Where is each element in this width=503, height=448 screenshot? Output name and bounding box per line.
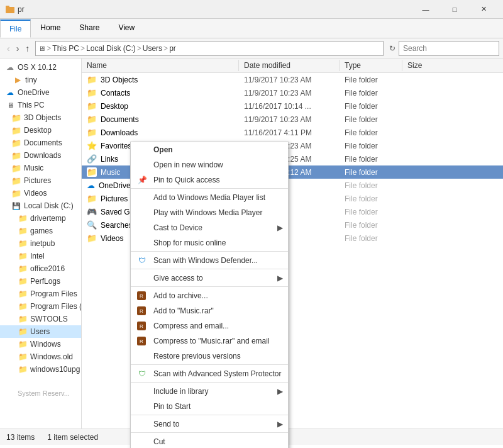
sidebar-item-documents[interactable]: 📁 Documents [0,137,81,149]
title-buttons[interactable]: — □ ✕ [411,0,498,19]
minimize-button[interactable]: — [411,0,440,19]
sidebar-item-thispc[interactable]: 🖥 This PC [0,99,81,111]
cm-pin-start[interactable]: Pin to Start [131,399,288,415]
cm-open-new-window[interactable]: Open in new window [131,157,288,172]
sidebar-item-drivertemp[interactable]: 📁 drivertemp [0,212,81,225]
cm-scan-defender[interactable]: 🛡 Scan with Windows Defender... [131,253,288,269]
tab-share[interactable]: Share [70,19,109,38]
sidebar-item-windows10upg[interactable]: 📁 windows10upg [0,363,81,376]
cm-access-arrow: ▶ [277,274,283,283]
tab-view[interactable]: View [109,19,144,38]
cm-play-wmp[interactable]: Play with Windows Media Player [131,205,288,220]
cm-shop-music[interactable]: Shop for music online [131,235,288,252]
cm-open[interactable]: Open [131,142,288,157]
sidebar-item-videos[interactable]: 📁 Videos [0,187,81,199]
file-cell-size [402,237,453,240]
cm-scan-advanced-label: Scan with Advanced System Protector [153,369,281,378]
col-header-date[interactable]: Date modified [239,60,340,71]
sidebar-item-music[interactable]: 📁 Music [0,162,81,174]
sidebar-label-drivertemp: drivertemp [30,214,66,223]
rar2-icon: R [137,306,146,315]
sidebar-item-desktop[interactable]: 📁 Desktop [0,124,81,137]
cm-include-library[interactable]: Include in library ▶ [131,384,288,399]
cm-give-access[interactable]: Give access to ▶ [131,271,288,287]
tab-home[interactable]: Home [31,19,70,38]
sidebar-item-programfilesx86[interactable]: 📁 Program Files ( [0,300,81,313]
file-cell-name: 📁Desktop [82,100,239,112]
table-row[interactable]: 📁Contacts 11/9/2017 10:23 AM File folder [82,86,503,99]
sidebar-item-users[interactable]: 📁 Users [0,325,81,338]
file-cell-size [402,211,453,213]
up-button[interactable]: ↑ [22,42,33,55]
col-header-size[interactable]: Size [402,60,453,71]
sidebar-item-tiny[interactable]: ▶ tiny [0,74,81,86]
folder-music-icon: 📁 [11,163,21,173]
address-thispc-label: This PC [52,44,79,53]
folder-drivertemp-icon: 📁 [18,213,28,223]
file-cell-type: File folder [340,167,402,178]
cm-cut[interactable]: Cut [131,434,288,448]
file-cell-type: File folder [340,220,402,231]
cm-send-to[interactable]: Send to ▶ [131,417,288,433]
sidebar-item-localdisk[interactable]: 💾 Local Disk (C:) [0,199,81,212]
svg-rect-0 [6,7,14,13]
address-bar[interactable]: 🖥 > This PC > Local Disk (C:) > Users > … [35,41,384,56]
file-cell-type: File folder [340,193,402,204]
search-input[interactable] [399,41,499,56]
folder-pictures-icon: 📁 [11,176,21,186]
sidebar-item-perflogs[interactable]: 📁 PerfLogs [0,275,81,288]
file-cell-type: File folder [340,206,402,218]
cm-add-archive-label: Add to archive... [153,291,208,300]
close-button[interactable]: ✕ [469,0,498,19]
file-cell-name: 📁Downloads [82,126,239,138]
sidebar-item-swtools[interactable]: 📁 SWTOOLS [0,313,81,325]
sidebar-item-games[interactable]: 📁 games [0,225,81,237]
sidebar-item-inetpub[interactable]: 📁 inetpub [0,237,81,250]
refresh-button[interactable]: ↻ [386,43,399,54]
cm-compress-rar-email-label: Compress to "Music.rar" and email [153,337,270,345]
back-button[interactable]: ‹ [4,42,13,55]
sidebar-label-users: Users [30,327,50,336]
sidebar-item-systemreserve[interactable]: System Reserv... [0,388,81,398]
folder-windows-icon: 📁 [18,339,28,349]
sidebar-item-programfiles[interactable]: 📁 Program Files [0,288,81,300]
cm-add-archive[interactable]: R Add to archive... [131,288,288,303]
cm-add-music-rar-label: Add to "Music.rar" [153,306,214,315]
computer-icon: 🖥 [5,100,15,110]
maximize-button[interactable]: □ [440,0,469,19]
folder-inetpub-icon: 📁 [18,238,28,249]
sidebar-item-3dobjects[interactable]: 📁 3D Objects [0,111,81,124]
cm-compress-rar-email[interactable]: R Compress to "Music.rar" and email [131,333,288,349]
forward-button[interactable]: › [13,42,23,55]
table-row[interactable]: 📁3D Objects 11/9/2017 10:23 AM File fold… [82,73,503,86]
cm-restore-versions[interactable]: Restore previous versions [131,349,288,365]
cm-scan-advanced[interactable]: 🛡 Scan with Advanced System Protector [131,366,288,383]
table-row[interactable]: 📁Documents 11/9/2017 10:23 AM File folde… [82,113,503,126]
cm-compress-email[interactable]: R Compress and email... [131,318,288,333]
cm-cast-device[interactable]: Cast to Device ▶ [131,220,288,235]
cm-add-music-rar[interactable]: R Add to "Music.rar" [131,303,288,318]
sidebar-label-desktop: Desktop [24,126,52,135]
sidebar-item-downloads[interactable]: 📁 Downloads [0,149,81,162]
cm-cast-arrow: ▶ [277,223,283,232]
tab-file[interactable]: File [0,20,31,38]
sidebar-item-onedrive[interactable]: ☁ OneDrive [0,86,81,99]
ribbon: File Home Share View [0,19,503,38]
sidebar-item-windows[interactable]: 📁 Windows [0,338,81,350]
col-header-name[interactable]: Name [82,60,239,71]
table-row[interactable]: 📁Desktop 11/16/2017 10:14 ... File folde… [82,99,503,113]
sidebar-label-3dobjects: 3D Objects [24,113,61,122]
cm-add-wmp[interactable]: Add to Windows Media Player list [131,190,288,205]
sidebar-item-intel[interactable]: 📁 Intel [0,250,81,262]
folder-office-icon: 📁 [18,264,28,274]
table-row[interactable]: 📁Downloads 11/16/2017 4:11 PM File folde… [82,126,503,139]
sidebar-item-pictures[interactable]: 📁 Pictures [0,174,81,187]
cm-pin-quick[interactable]: 📌 Pin to Quick access [131,172,288,189]
folder-perflogs-icon: 📁 [18,276,28,286]
sidebar-item-windowsold[interactable]: 📁 Windows.old [0,350,81,363]
col-header-type[interactable]: Type [340,60,402,71]
sidebar-item-osx[interactable]: ☁ OS X 10.12 [0,61,81,74]
file-cell-type: File folder [340,74,402,86]
sidebar-item-office2016[interactable]: 📁 office2016 [0,262,81,275]
sidebar-label-office2016: office2016 [30,264,65,273]
